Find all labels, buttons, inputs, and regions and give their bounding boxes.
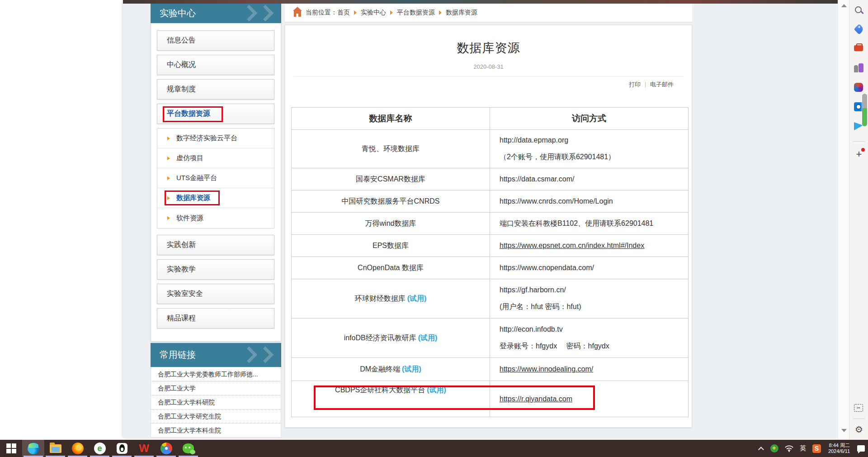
sidebar-subitem-label: 数字经济实验云平台 xyxy=(176,134,237,143)
start-button[interactable] xyxy=(0,440,22,457)
microsoft-365-icon[interactable] xyxy=(854,83,863,92)
taskbar-file-explorer[interactable] xyxy=(44,440,66,457)
quick-link[interactable]: 合肥工业大学科研院 xyxy=(151,395,281,409)
divider xyxy=(645,82,646,88)
search-icon[interactable] xyxy=(855,6,862,13)
sidebar-item-practice[interactable]: 实践创新 xyxy=(157,235,274,255)
chevron-decor-icon xyxy=(241,5,258,22)
table-row: 万得wind数据库 端口安装在科教楼B1102、使用请联系62901481 xyxy=(292,213,689,235)
settings-icon[interactable]: ⚙ xyxy=(854,424,864,434)
taskbar-360-browser[interactable]: e xyxy=(89,440,111,457)
quick-link[interactable]: 合肥工业大学 xyxy=(151,381,281,395)
divider xyxy=(853,419,865,419)
divider xyxy=(293,76,684,76)
sidebar-subitem-software-resources[interactable]: 软件资源 xyxy=(157,208,274,228)
table-row: 青悦、环境数据库 http://data.epmap.org（2个账号，使用请联… xyxy=(292,130,689,168)
quick-links-title: 常用链接 xyxy=(160,349,196,361)
db-name: 青悦、环境数据库 xyxy=(362,145,420,152)
database-table: 数据库名称 访问方式 青悦、环境数据库 http://data.epmap.or… xyxy=(291,107,689,417)
sidebar-item-rules[interactable]: 规章制度 xyxy=(157,79,274,100)
print-button[interactable]: 打印 xyxy=(629,81,641,89)
sidebar-submenu: 数字经济实验云平台 虚仿项目 UTS金融平台 数据库资源 软件资源 xyxy=(157,128,274,228)
sidebar-item-label: 实践创新 xyxy=(167,240,196,250)
table-row: 环球财经数据库(试用) https://gf.harborn.cn/(用户名：h… xyxy=(292,279,689,319)
taskbar-firefox[interactable] xyxy=(66,440,89,457)
db-access: https://data.csmar.com/ xyxy=(500,175,688,183)
db-access-link[interactable]: https://r.qiyandata.com xyxy=(500,395,688,403)
table-row: 国泰安CSMAR数据库 https://data.csmar.com/ xyxy=(292,168,689,190)
scroll-down-icon[interactable] xyxy=(841,429,847,432)
sidebar-item-courses[interactable]: 精品课程 xyxy=(157,308,274,328)
add-icon[interactable]: + xyxy=(854,149,864,159)
sidebar-item-platform-data[interactable]: 平台数据资源 xyxy=(157,104,274,124)
db-access-link[interactable]: https://www.epsnet.com.cn/index.html#/In… xyxy=(500,242,688,250)
scroll-up-icon[interactable] xyxy=(841,4,847,7)
tray-360-safe[interactable] xyxy=(767,440,782,457)
sidebar-subitem-virtual-projects[interactable]: 虚仿项目 xyxy=(157,148,274,168)
toolbox-icon[interactable] xyxy=(854,45,863,51)
shopping-tag-icon[interactable] xyxy=(854,24,864,34)
sidebar-subitem-database-resources[interactable]: 数据库资源 xyxy=(157,188,274,208)
games-icon[interactable] xyxy=(854,63,864,73)
tray-expand-button[interactable] xyxy=(757,440,767,457)
taskbar-qq[interactable] xyxy=(111,440,133,457)
db-name: 万得wind数据库 xyxy=(365,219,416,227)
table-row: CBDPS企研社科大数据平台(试用) https://r.qiyandata.c… xyxy=(292,381,689,417)
trial-badge: (试用) xyxy=(427,386,446,394)
db-name: CBDPS企研社科大数据平台 xyxy=(335,386,425,394)
table-row: EPS数据库 https://www.epsnet.com.cn/index.h… xyxy=(292,235,689,257)
quick-link[interactable]: 合肥工业大学研究生院 xyxy=(151,409,281,424)
taskbar-edge[interactable] xyxy=(22,440,44,457)
screenshot-icon[interactable]: ✂ xyxy=(854,404,863,412)
breadcrumb-center[interactable]: 实验中心 xyxy=(361,9,386,17)
clock-date: 2024/6/11 xyxy=(828,448,850,454)
column-header-access: 访问方式 xyxy=(490,108,689,130)
firefox-icon xyxy=(72,443,84,454)
divider xyxy=(853,141,865,142)
sidebar-subitem-label: UTS金融平台 xyxy=(176,174,217,182)
db-name: 国泰安CSMAR数据库 xyxy=(356,175,425,183)
table-header-row: 数据库名称 访问方式 xyxy=(292,108,689,130)
db-access-link[interactable]: https://www.innodealing.com/ xyxy=(500,365,688,373)
quick-link[interactable]: 合肥工业大学本科生院 xyxy=(151,424,281,438)
email-button[interactable]: 电子邮件 xyxy=(650,81,674,89)
tray-network[interactable] xyxy=(782,440,797,457)
taskbar-chrome[interactable] xyxy=(155,440,177,457)
notification-dot xyxy=(861,148,865,152)
sidebar-item-overview[interactable]: 中心概况 xyxy=(157,55,274,75)
send-plane-icon[interactable] xyxy=(854,122,863,130)
sidebar-subitem-label: 数据库资源 xyxy=(176,194,210,202)
taskbar-wps[interactable]: W xyxy=(133,440,155,457)
db-name: DM金融终端 xyxy=(360,365,400,373)
table-row: infoDB经济资讯教研库(试用) http://econ.infodb.tv登… xyxy=(292,319,689,358)
sidebar-subitem-uts-finance[interactable]: UTS金融平台 xyxy=(157,168,274,188)
sidebar-item-label: 中心概况 xyxy=(167,60,196,70)
tray-clock[interactable]: 8:44 周二 2024/6/11 xyxy=(824,440,854,457)
breadcrumb-platform-data[interactable]: 平台数据资源 xyxy=(397,9,435,17)
scrollbar-thumb[interactable] xyxy=(862,94,867,126)
taskbar-wechat[interactable] xyxy=(177,440,199,457)
system-tray: 英 S 8:44 周二 2024/6/11 xyxy=(757,440,868,457)
tray-sogou-input[interactable]: S xyxy=(809,440,824,457)
breadcrumb-home[interactable]: 首页 xyxy=(337,9,350,17)
sidebar-subitem-digital-economy-cloud[interactable]: 数字经济实验云平台 xyxy=(157,129,274,148)
outlook-icon[interactable] xyxy=(854,102,863,111)
qq-icon xyxy=(117,443,127,454)
tray-notification-center[interactable] xyxy=(854,440,868,457)
shield-icon xyxy=(770,444,778,452)
sidebar-item-label: 精品课程 xyxy=(167,314,196,323)
wps-icon: W xyxy=(139,443,149,454)
tray-input-language[interactable]: 英 xyxy=(797,440,809,457)
sidebar-item-notice[interactable]: 信息公告 xyxy=(157,30,274,51)
sidebar-item-label: 实验教学 xyxy=(167,265,196,274)
360-browser-icon: e xyxy=(94,443,106,454)
sidebar-item-teaching[interactable]: 实验教学 xyxy=(157,259,274,280)
home-icon[interactable] xyxy=(294,11,301,17)
page-scrollbar[interactable] xyxy=(838,0,849,440)
db-access-note: 登录账号：hfgydx 密码：hfgydx xyxy=(500,342,688,351)
quick-link[interactable]: 合肥工业大学党委教师工作部师德... xyxy=(151,367,281,381)
sidebar-item-safety[interactable]: 实验室安全 xyxy=(157,284,274,304)
db-name: 环球财经数据库 xyxy=(355,295,406,302)
wifi-icon xyxy=(785,445,793,452)
quick-links-title-bar: 常用链接 xyxy=(151,343,281,367)
